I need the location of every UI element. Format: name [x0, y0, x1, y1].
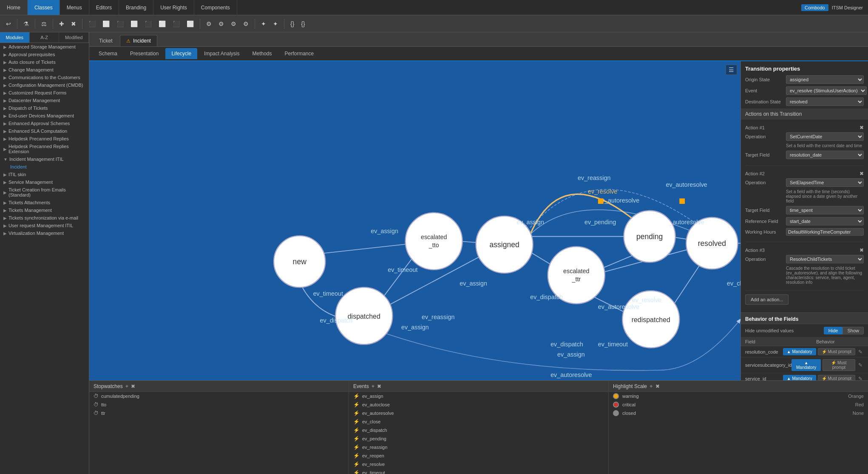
dest-state-select[interactable]: resolved: [786, 97, 864, 106]
sidebar-tab-modified[interactable]: Modified: [59, 32, 89, 43]
edit-btn[interactable]: ✎: [857, 362, 864, 368]
add-btn[interactable]: ✚: [57, 19, 67, 29]
list-item[interactable]: ▶Virtualization Management: [0, 229, 89, 237]
highlight-item[interactable]: critical Red: [609, 400, 868, 409]
tool16[interactable]: {}: [298, 19, 307, 29]
list-item[interactable]: ▶Approval prerequisites: [0, 51, 89, 58]
tool3[interactable]: ⬛: [114, 19, 126, 29]
list-item[interactable]: ▶Enhanced Approval Schemes: [0, 120, 89, 127]
nav-user-rights[interactable]: User Rights: [153, 0, 194, 15]
sidebar-tab-modules[interactable]: Modules: [0, 32, 30, 43]
event-item[interactable]: ⚡ ev_close: [349, 417, 608, 426]
events-add[interactable]: +: [372, 383, 375, 389]
show-btn[interactable]: Show: [842, 327, 864, 334]
action1-close[interactable]: ✖: [859, 125, 864, 131]
action1-target-select[interactable]: resolution_date: [786, 151, 864, 159]
list-item[interactable]: ▶Configuration Management (CMDB): [0, 81, 89, 89]
sidebar-item-incident[interactable]: Incident: [0, 163, 89, 171]
list-item[interactable]: ▶Advanced Storage Management: [0, 43, 89, 51]
tool9[interactable]: ⚙: [204, 19, 214, 29]
must-prompt-btn[interactable]: ⚡ Must prompt: [818, 375, 855, 380]
balance-btn[interactable]: ⚖: [39, 19, 49, 29]
delete-btn[interactable]: ✖: [68, 19, 79, 29]
sidebar-item-incident-mgmt[interactable]: ▼Incident Management ITIL: [0, 155, 89, 163]
tool8[interactable]: ⬜: [184, 19, 196, 29]
tool7[interactable]: ⬛: [170, 19, 182, 29]
list-item[interactable]: ▶Service Management: [0, 178, 89, 186]
stopwatch-item[interactable]: ⏱ tto: [89, 400, 349, 409]
flask-btn[interactable]: ⚗: [21, 19, 31, 29]
tool4[interactable]: ⬜: [128, 19, 140, 29]
action2-close[interactable]: ✖: [859, 171, 864, 177]
nav-menus[interactable]: Menus: [60, 0, 89, 15]
tool15[interactable]: {}: [288, 19, 297, 29]
event-item[interactable]: ⚡ ev_dispatch: [349, 426, 608, 434]
sub-tab-schema[interactable]: Schema: [93, 48, 123, 59]
nav-home[interactable]: Home: [0, 0, 28, 15]
stopwatches-close[interactable]: ✖: [131, 383, 135, 389]
must-prompt-btn[interactable]: ⚡ Must prompt: [818, 348, 855, 355]
event-item[interactable]: ⚡ ev_assign: [349, 392, 608, 400]
list-item[interactable]: ▶ITIL skin: [0, 171, 89, 178]
event-item[interactable]: ⚡ ev_pending: [349, 434, 608, 443]
list-item[interactable]: ▶Change Management: [0, 66, 89, 74]
action2-op-select[interactable]: SetElapsedTime: [786, 178, 864, 187]
sub-tab-methods[interactable]: Methods: [246, 48, 278, 59]
must-prompt-btn[interactable]: ⚡ Must prompt: [823, 359, 855, 371]
list-view-btn[interactable]: ☰: [726, 65, 737, 75]
event-item[interactable]: ⚡ ev_autoresolve: [349, 409, 608, 417]
event-item[interactable]: ⚡ ev_timeout: [349, 468, 608, 474]
event-item[interactable]: ⚡ ev_reopen: [349, 451, 608, 460]
tool10[interactable]: ⚙: [216, 19, 227, 29]
stopwatch-item[interactable]: ⏱ cumulatedpending: [89, 392, 349, 400]
action2-wh-input[interactable]: [786, 228, 864, 236]
tool5[interactable]: ⬛: [142, 19, 154, 29]
highlight-add[interactable]: +: [650, 383, 653, 389]
tool13[interactable]: ✦: [258, 19, 269, 29]
list-item[interactable]: ▶Tickets synchronization via e-mail: [0, 214, 89, 222]
list-item[interactable]: ▶Auto closure of Tickets: [0, 58, 89, 66]
sidebar-tab-az[interactable]: A-Z: [30, 32, 60, 43]
sub-tab-impact[interactable]: Impact Analysis: [198, 48, 245, 59]
diagram-canvas[interactable]: ☰: [89, 61, 740, 380]
nav-components[interactable]: Components: [194, 0, 237, 15]
mandatory-btn[interactable]: ▲ Mandatory: [783, 348, 816, 355]
event-item[interactable]: ⚡ ev_autoclose: [349, 400, 608, 409]
tool11[interactable]: ⚙: [228, 19, 239, 29]
action3-op-select[interactable]: ResolveChildTickets: [786, 255, 864, 263]
highlight-item[interactable]: warning Orange: [609, 392, 868, 400]
list-item[interactable]: ▶Customized Request Forms: [0, 89, 89, 97]
undo-btn[interactable]: ↩: [3, 19, 14, 29]
event-select[interactable]: ev_resolve (StimulusUserAction): [786, 86, 867, 95]
nav-branding[interactable]: Branding: [119, 0, 153, 15]
action2-ref-select[interactable]: start_date: [786, 217, 864, 226]
sub-tab-performance[interactable]: Performance: [279, 48, 320, 59]
nav-editors[interactable]: Editors: [89, 0, 119, 15]
list-item[interactable]: ▶Ticket Creation from Emails (Standard): [0, 186, 89, 199]
edit-btn[interactable]: ✎: [857, 348, 864, 355]
action3-close[interactable]: ✖: [859, 247, 864, 253]
events-close[interactable]: ✖: [377, 383, 381, 389]
list-item[interactable]: ▶Enhanced SLA Computation: [0, 127, 89, 135]
mandatory-btn[interactable]: ▲ Mandatory: [783, 375, 816, 380]
list-item[interactable]: ▶Helpdesk Precanned Replies Extension: [0, 143, 89, 155]
stopwatches-add[interactable]: +: [125, 383, 129, 389]
tool1[interactable]: ⬛: [86, 19, 98, 29]
nav-classes[interactable]: Classes: [28, 0, 60, 15]
stopwatch-item[interactable]: ⏱ ttr: [89, 409, 349, 417]
tool14[interactable]: ✦: [270, 19, 281, 29]
tool12[interactable]: ⚙: [241, 19, 251, 29]
list-item[interactable]: ▶End-user Devices Management: [0, 112, 89, 120]
tool2[interactable]: ⬜: [100, 19, 112, 29]
tab-incident[interactable]: ⚠ Incident: [120, 35, 157, 46]
list-item[interactable]: ▶User request Management ITIL: [0, 222, 89, 229]
list-item[interactable]: ▶Tickets Management: [0, 206, 89, 214]
highlight-item[interactable]: closed None: [609, 409, 868, 417]
tab-ticket[interactable]: Ticket: [93, 35, 119, 46]
tool6[interactable]: ⬜: [156, 19, 168, 29]
highlight-close[interactable]: ✖: [655, 383, 660, 389]
sub-tab-lifecycle[interactable]: Lifecycle: [165, 48, 197, 59]
origin-state-select[interactable]: assigned: [786, 75, 864, 84]
action2-target-select[interactable]: time_spent: [786, 206, 864, 214]
action1-op-select[interactable]: SetCurrentDate: [786, 132, 864, 141]
